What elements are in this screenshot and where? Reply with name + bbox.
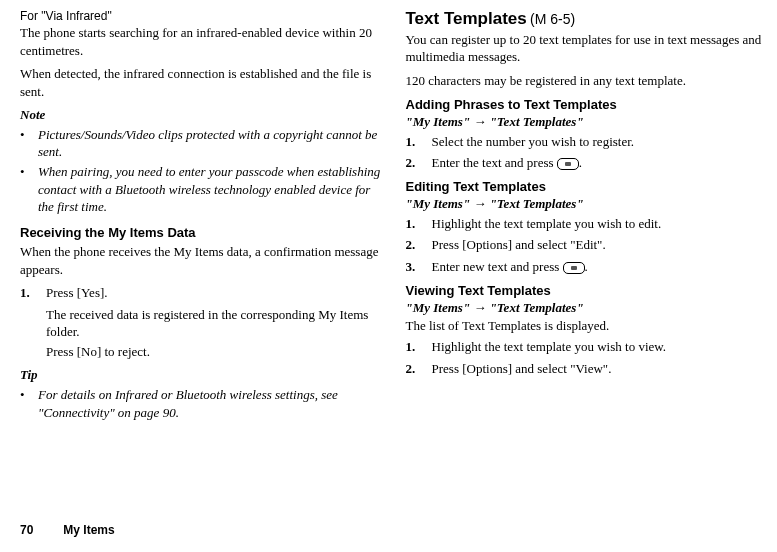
page-number: 70 bbox=[20, 523, 33, 537]
tip-item: • For details on Infrared or Bluetooth w… bbox=[20, 386, 382, 421]
note-text: When pairing, you need to enter your pas… bbox=[38, 163, 382, 216]
step-text: Highlight the text template you wish to … bbox=[432, 338, 768, 356]
nav-path-add: "My Items" → "Text Templates" bbox=[406, 113, 768, 131]
center-key-icon bbox=[557, 158, 579, 170]
step-item: 1. Highlight the text template you wish … bbox=[406, 215, 768, 233]
viewing-steps: 1. Highlight the text template you wish … bbox=[406, 338, 768, 377]
step-item: 3. Enter new text and press . bbox=[406, 258, 768, 276]
step-number: 2. bbox=[406, 236, 424, 254]
adding-heading: Adding Phrases to Text Templates bbox=[406, 96, 768, 114]
step-item: 2. Press [Options] and select "View". bbox=[406, 360, 768, 378]
receiving-intro: When the phone receives the My Items dat… bbox=[20, 243, 382, 278]
para-detected: When detected, the infrared connection i… bbox=[20, 65, 382, 100]
arrow-right-icon: → bbox=[473, 114, 486, 129]
right-column: Text Templates (M 6-5) You can register … bbox=[406, 8, 768, 425]
text-templates-heading: Text Templates bbox=[406, 9, 527, 28]
step-number: 1. bbox=[20, 284, 38, 302]
for-via-infrared-label: For "Via Infrared" bbox=[20, 8, 382, 24]
left-column: For "Via Infrared" The phone starts sear… bbox=[20, 8, 382, 425]
step-item: 1. Select the number you wish to registe… bbox=[406, 133, 768, 151]
tip-text: For details on Infrared or Bluetooth wir… bbox=[38, 386, 382, 421]
step-text: Press [Options] and select "Edit". bbox=[432, 236, 768, 254]
text-templates-heading-row: Text Templates (M 6-5) bbox=[406, 8, 768, 31]
note-item: • When pairing, you need to enter your p… bbox=[20, 163, 382, 216]
nav-path-edit: "My Items" → "Text Templates" bbox=[406, 195, 768, 213]
step-text: Enter new text and press . bbox=[432, 258, 768, 276]
step-subtext: Press [No] to reject. bbox=[46, 343, 382, 361]
step-item: 1. Highlight the text template you wish … bbox=[406, 338, 768, 356]
intro-1: You can register up to 20 text templates… bbox=[406, 31, 768, 66]
editing-steps: 1. Highlight the text template you wish … bbox=[406, 215, 768, 276]
editing-heading: Editing Text Templates bbox=[406, 178, 768, 196]
tip-list: • For details on Infrared or Bluetooth w… bbox=[20, 386, 382, 421]
step-subtext: The received data is registered in the c… bbox=[46, 306, 382, 341]
section-name: My Items bbox=[63, 523, 114, 537]
menu-code: (M 6-5) bbox=[530, 11, 575, 27]
nav-path-view: "My Items" → "Text Templates" bbox=[406, 299, 768, 317]
viewing-heading: Viewing Text Templates bbox=[406, 282, 768, 300]
tip-label: Tip bbox=[20, 366, 382, 384]
step-item: 1. Press [Yes]. bbox=[20, 284, 382, 302]
step-text: Highlight the text template you wish to … bbox=[432, 215, 768, 233]
step-text: Select the number you wish to register. bbox=[432, 133, 768, 151]
arrow-right-icon: → bbox=[473, 196, 486, 211]
para-search: The phone starts searching for an infrar… bbox=[20, 24, 382, 59]
step-number: 2. bbox=[406, 154, 424, 172]
step-number: 1. bbox=[406, 338, 424, 356]
note-item: • Pictures/Sounds/Video clips protected … bbox=[20, 126, 382, 161]
center-key-icon bbox=[563, 262, 585, 274]
step-number: 2. bbox=[406, 360, 424, 378]
step-item: 2. Enter the text and press . bbox=[406, 154, 768, 172]
receiving-steps: 1. Press [Yes]. bbox=[20, 284, 382, 302]
bullet-icon: • bbox=[20, 126, 32, 161]
step-text: Press [Options] and select "View". bbox=[432, 360, 768, 378]
adding-steps: 1. Select the number you wish to registe… bbox=[406, 133, 768, 172]
viewing-intro: The list of Text Templates is displayed. bbox=[406, 317, 768, 335]
step-number: 1. bbox=[406, 215, 424, 233]
bullet-icon: • bbox=[20, 386, 32, 421]
step-item: 2. Press [Options] and select "Edit". bbox=[406, 236, 768, 254]
page-footer: 70My Items bbox=[20, 522, 115, 538]
arrow-right-icon: → bbox=[473, 300, 486, 315]
step-number: 3. bbox=[406, 258, 424, 276]
receiving-heading: Receiving the My Items Data bbox=[20, 224, 382, 242]
bullet-icon: • bbox=[20, 163, 32, 216]
note-label: Note bbox=[20, 106, 382, 124]
note-text: Pictures/Sounds/Video clips protected wi… bbox=[38, 126, 382, 161]
step-text: Enter the text and press . bbox=[432, 154, 768, 172]
intro-2: 120 characters may be registered in any … bbox=[406, 72, 768, 90]
note-list: • Pictures/Sounds/Video clips protected … bbox=[20, 126, 382, 216]
step-number: 1. bbox=[406, 133, 424, 151]
step-text: Press [Yes]. bbox=[46, 284, 382, 302]
